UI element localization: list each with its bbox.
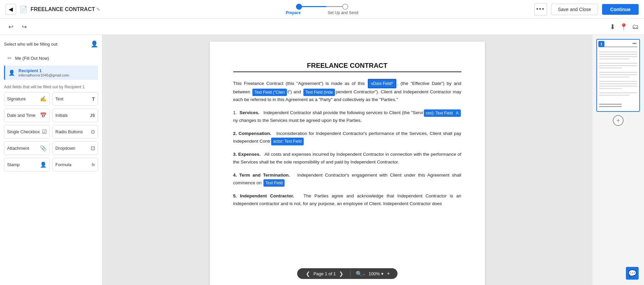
expenses-heading: 3. Expenses. bbox=[233, 152, 261, 157]
more-options-button[interactable]: ••• bbox=[534, 3, 547, 16]
text-label: Text bbox=[55, 96, 63, 101]
text-icon: T bbox=[92, 96, 95, 102]
toolbar2-right: ⬇ 📍 🗂 bbox=[610, 23, 639, 31]
fill-option-me[interactable]: ✏ Me (Fill Out Now) bbox=[4, 52, 98, 64]
thumbnail-page-badge: 1 bbox=[598, 41, 604, 47]
formula-label: Formula bbox=[55, 162, 71, 167]
para-intro: This Freelance Contract (this "Agreement… bbox=[233, 79, 461, 104]
document-area: FREELANCE CONTRACT This Freelance Contra… bbox=[102, 35, 592, 285]
thumbnail-image bbox=[597, 40, 639, 111]
signature-icon: ✍ bbox=[40, 96, 47, 102]
pages-icon[interactable]: 🗂 bbox=[632, 23, 639, 31]
services-heading: Services. bbox=[240, 110, 259, 115]
recipient-email: infernalhorror1045@gmail.com bbox=[18, 73, 69, 77]
step-line bbox=[302, 6, 342, 7]
field-date-time[interactable]: Date and Time 📅 bbox=[4, 108, 50, 122]
field-text[interactable]: Text T bbox=[52, 92, 98, 106]
para-independent: 5. Independent Contractor. The Parties a… bbox=[233, 192, 461, 208]
radio-label: Radio Buttons bbox=[55, 129, 83, 134]
document-title: FREELANCE CONTRACT bbox=[31, 6, 95, 12]
select-who-label: Select who will be filling out: bbox=[4, 42, 58, 47]
thumbnail-panel: 1 ••• bbox=[592, 35, 644, 285]
edit-title-icon[interactable]: ✎ bbox=[96, 7, 100, 12]
checkbox-label: Single Checkbox bbox=[7, 129, 40, 134]
independent-heading: 5. Independent Contractor. bbox=[233, 193, 294, 198]
step-prepare-label[interactable]: Prepare bbox=[286, 10, 301, 15]
chat-icon-button[interactable]: 💬 bbox=[626, 267, 639, 280]
pagination-separator bbox=[350, 270, 350, 277]
zoom-in-button[interactable]: + bbox=[385, 271, 392, 277]
radio-icon: ⊙ bbox=[91, 129, 95, 135]
pagination-bar: ❮ Page 1 of 1 ❯ 🔍₋ 100% ▾ + bbox=[297, 268, 397, 279]
pencil-icon: ✏ bbox=[7, 55, 12, 61]
attachment-icon: 📎 bbox=[40, 145, 47, 151]
thumbnail-card[interactable]: 1 ••• bbox=[596, 39, 640, 112]
para-services: 1. Services. Independent Contractor shal… bbox=[233, 109, 461, 125]
field-attachment[interactable]: Attachment 📎 bbox=[4, 141, 50, 155]
undo-button[interactable]: ↩ bbox=[5, 21, 16, 32]
download-icon[interactable]: ⬇ bbox=[610, 23, 615, 31]
thumbnail-preview bbox=[599, 46, 637, 108]
back-icon: ◀ bbox=[9, 6, 13, 12]
text-field-term[interactable]: Text Field bbox=[263, 179, 285, 187]
step-send-label[interactable]: Set Up and Send bbox=[328, 10, 358, 15]
text-field-compensation[interactable]: actor: Text Field bbox=[271, 138, 303, 145]
fields-label: Add fields that will be filled out by Re… bbox=[4, 85, 98, 89]
field-formula[interactable]: Formula fx bbox=[52, 158, 98, 172]
steps-container: Prepare Set Up and Send bbox=[286, 4, 358, 15]
prev-page-button[interactable]: ❮ bbox=[302, 271, 313, 277]
select-who-row: Select who will be filling out: 👤 bbox=[4, 40, 98, 48]
redo-button[interactable]: ↪ bbox=[19, 21, 30, 32]
steps-labels: Prepare Set Up and Send bbox=[286, 10, 358, 15]
para-term: 4. Term and Termination. Independent Con… bbox=[233, 172, 461, 187]
para-expenses: 3. Expenses. All costs and expenses incu… bbox=[233, 151, 461, 166]
dropdown-icon: ⊡ bbox=[91, 145, 95, 151]
page-label: Page 1 of 1 bbox=[313, 271, 336, 276]
zoom-value: 100% bbox=[368, 271, 380, 276]
recipient-item[interactable]: 👤 Recipient 1 infernalhorror1045@gmail.c… bbox=[4, 65, 98, 80]
sidebar: Select who will be filling out: 👤 ✏ Me (… bbox=[0, 35, 102, 285]
step-send-circle bbox=[342, 4, 348, 10]
document-heading: FREELANCE CONTRACT bbox=[233, 62, 461, 69]
add-page-button[interactable]: + bbox=[613, 115, 624, 126]
field-initials[interactable]: Initials JS bbox=[52, 108, 98, 122]
main-area: Select who will be filling out: 👤 ✏ Me (… bbox=[0, 35, 644, 285]
calendar-icon: 📅 bbox=[40, 112, 47, 118]
back-button[interactable]: ◀ bbox=[5, 4, 16, 15]
next-page-button[interactable]: ❯ bbox=[336, 271, 347, 277]
zoom-dropdown-icon: ▾ bbox=[381, 271, 384, 276]
field-radio[interactable]: Radio Buttons ⊙ bbox=[52, 125, 98, 139]
text-field-client[interactable]: Text Field ("Clien bbox=[252, 89, 287, 96]
stamp-label: Stamp bbox=[7, 162, 20, 167]
checkbox-icon: ☑ bbox=[42, 129, 47, 135]
save-close-button[interactable]: Save and Close bbox=[551, 4, 598, 15]
zoom-out-button[interactable]: 🔍₋ bbox=[354, 271, 367, 277]
recipient-info: Recipient 1 infernalhorror1045@gmail.com bbox=[18, 68, 69, 77]
field-stamp[interactable]: Stamp 👤 bbox=[4, 158, 50, 172]
attachment-label: Attachment bbox=[7, 146, 29, 151]
location-icon[interactable]: 📍 bbox=[620, 23, 628, 31]
term-heading: 4. Term and Termination. bbox=[233, 173, 290, 178]
fill-me-label: Me (Fill Out Now) bbox=[15, 56, 49, 61]
stamp-icon: 👤 bbox=[40, 161, 47, 168]
signature-label: Signature bbox=[7, 96, 26, 101]
para-compensation: 2. Compensation. Inconsideration for Ind… bbox=[233, 130, 461, 145]
date-field-1[interactable]: vDate Field* bbox=[368, 79, 396, 88]
zoom-level-display[interactable]: 100% ▾ bbox=[367, 271, 385, 276]
formula-icon: fx bbox=[92, 162, 95, 167]
thumbnail-more-button[interactable]: ••• bbox=[631, 41, 638, 46]
fields-grid: Signature ✍ Text T Date and Time 📅 Initi… bbox=[4, 92, 98, 172]
datetime-label: Date and Time bbox=[7, 113, 36, 118]
recipient-name: Recipient 1 bbox=[18, 68, 69, 73]
document-page: FREELANCE CONTRACT This Freelance Contra… bbox=[210, 42, 485, 285]
field-checkbox[interactable]: Single Checkbox ☑ bbox=[4, 125, 50, 139]
text-field-services[interactable]: ces): Text Field A bbox=[424, 109, 461, 117]
field-dropdown[interactable]: Dropdown ⊡ bbox=[52, 141, 98, 155]
top-bar: ◀ 📄 FREELANCE CONTRACT ✎ Prepare Set Up … bbox=[0, 0, 644, 19]
toolbar2: ↩ ↪ ⬇ 📍 🗂 bbox=[0, 19, 644, 35]
continue-button[interactable]: Continue bbox=[602, 4, 639, 15]
select-who-icon[interactable]: 👤 bbox=[91, 40, 98, 48]
dropdown-label: Dropdown bbox=[55, 146, 75, 151]
text-field-contractor[interactable]: Text Field (Inde bbox=[303, 89, 335, 96]
field-signature[interactable]: Signature ✍ bbox=[4, 92, 50, 106]
